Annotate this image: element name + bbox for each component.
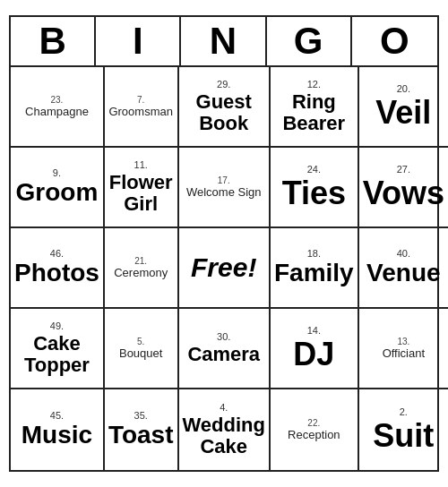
cell-text: Venue [366, 260, 440, 287]
cell-text: Music [22, 422, 92, 449]
cell-text: Ring Bearer [274, 91, 354, 134]
header-letter: O [352, 17, 437, 65]
cell-number: 5. [137, 337, 144, 346]
bingo-cell: 9.Groom [11, 148, 105, 228]
cell-number: 27. [397, 164, 410, 175]
bingo-header: BINGO [11, 17, 437, 67]
cell-text: Ceremony [114, 266, 168, 280]
cell-text: Family [274, 260, 354, 287]
bingo-cell: 13.Officiant [359, 309, 448, 389]
header-letter: I [96, 17, 181, 65]
cell-number: 21. [134, 256, 147, 266]
bingo-cell: 46.Photos [11, 228, 105, 309]
bingo-cell: 5.Bouquet [105, 309, 179, 389]
cell-number: 22. [307, 418, 320, 428]
cell-text: Veil [375, 95, 431, 131]
bingo-cell: 30.Camera [179, 309, 271, 389]
header-letter: B [11, 17, 96, 65]
cell-number: 49. [50, 320, 64, 332]
cell-text: Champagne [25, 105, 89, 119]
cell-text: Groom [16, 179, 99, 207]
cell-number: 30. [217, 331, 230, 343]
bingo-cell: 4.Wedding Cake [179, 389, 271, 470]
cell-text: Vows [363, 175, 444, 211]
bingo-cell: Free! [179, 228, 271, 309]
bingo-cell: 24.Ties [271, 148, 359, 228]
cell-text: DJ [293, 337, 334, 372]
cell-text: Toast [108, 422, 174, 449]
bingo-cell: 20.Veil [359, 67, 448, 148]
bingo-grid: 23.Champagne7.Groomsman29.Guest Book12.R… [11, 67, 437, 470]
cell-text: Wedding Cake [183, 414, 265, 457]
cell-text: Suit [373, 418, 434, 454]
bingo-cell: 22.Reception [271, 389, 359, 470]
cell-text: Groomsman [108, 105, 173, 119]
cell-text: Officiant [383, 346, 425, 361]
bingo-cell: 23.Champagne [11, 67, 105, 148]
cell-number: 7. [137, 95, 144, 105]
bingo-cell: 49.Cake Topper [11, 309, 105, 389]
bingo-cell: 27.Vows [359, 148, 448, 228]
cell-text: Bouquet [119, 346, 162, 361]
cell-number: 11. [134, 159, 148, 171]
bingo-cell: 17.Welcome Sign [179, 148, 271, 228]
free-space: Free! [191, 252, 256, 283]
header-letter: N [181, 17, 266, 65]
cell-number: 29. [217, 79, 230, 90]
cell-number: 14. [307, 325, 321, 337]
bingo-cell: 29.Guest Book [179, 67, 271, 148]
cell-number: 4. [220, 402, 228, 414]
cell-text: Ties [282, 175, 346, 211]
bingo-cell: 14.DJ [271, 309, 359, 389]
bingo-cell: 18.Family [271, 228, 359, 309]
bingo-cell: 2.Suit [359, 389, 448, 470]
bingo-cell: 35.Toast [105, 389, 179, 470]
cell-text: Camera [187, 344, 260, 365]
bingo-cell: 11.Flower Girl [105, 148, 179, 228]
cell-number: 23. [50, 95, 63, 105]
cell-number: 24. [307, 164, 321, 175]
bingo-card: BINGO 23.Champagne7.Groomsman29.Guest Bo… [9, 15, 439, 472]
bingo-cell: 45.Music [11, 389, 105, 470]
header-letter: G [267, 17, 352, 65]
bingo-cell: 7.Groomsman [105, 67, 179, 148]
cell-number: 2. [400, 406, 408, 418]
cell-text: Reception [288, 428, 340, 442]
cell-number: 20. [397, 83, 410, 95]
cell-text: Photos [14, 260, 99, 287]
bingo-cell: 12.Ring Bearer [271, 67, 359, 148]
cell-number: 17. [218, 175, 230, 185]
bingo-cell: 40.Venue [359, 228, 448, 309]
cell-number: 13. [397, 337, 409, 346]
cell-number: 12. [307, 79, 321, 90]
cell-text: Cake Topper [14, 333, 99, 376]
cell-text: Welcome Sign [186, 185, 262, 200]
bingo-cell: 21.Ceremony [105, 228, 179, 309]
cell-text: Guest Book [183, 91, 265, 134]
cell-text: Flower Girl [108, 172, 174, 215]
